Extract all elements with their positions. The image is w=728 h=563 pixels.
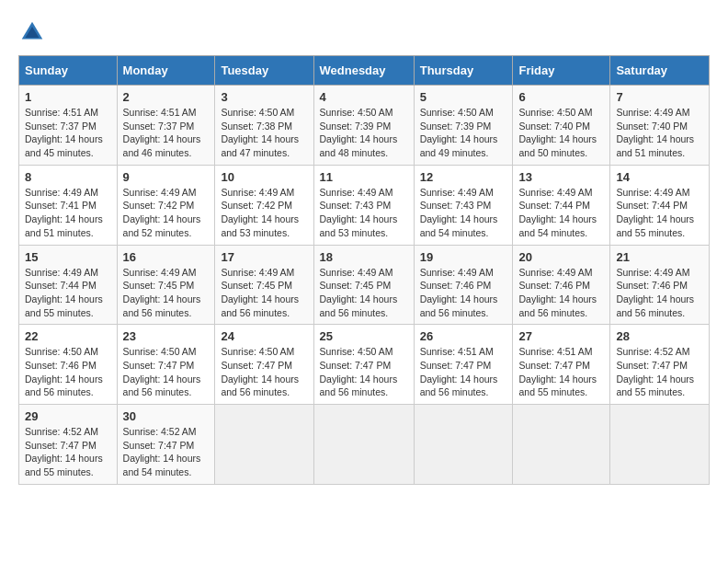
day-info: Sunrise: 4:49 AM Sunset: 7:43 PM Dayligh… [420,186,507,240]
day-header-wednesday: Wednesday [313,56,414,86]
calendar-week: 22 Sunrise: 4:50 AM Sunset: 7:46 PM Dayl… [19,325,710,405]
day-number: 29 [25,409,111,423]
calendar-header: SundayMondayTuesdayWednesdayThursdayFrid… [19,56,710,86]
calendar-cell: 30 Sunrise: 4:52 AM Sunset: 7:47 PM Dayl… [117,405,215,485]
day-info: Sunrise: 4:50 AM Sunset: 7:47 PM Dayligh… [123,345,210,399]
day-number: 28 [616,329,703,343]
day-info: Sunrise: 4:52 AM Sunset: 7:47 PM Dayligh… [123,425,210,479]
calendar-cell: 29 Sunrise: 4:52 AM Sunset: 7:47 PM Dayl… [19,405,118,485]
day-number: 3 [221,90,307,104]
calendar-cell: 13 Sunrise: 4:49 AM Sunset: 7:44 PM Dayl… [513,165,610,245]
calendar-cell: 8 Sunrise: 4:49 AM Sunset: 7:41 PM Dayli… [19,165,118,245]
calendar-cell [414,405,513,485]
day-number: 15 [25,250,111,264]
day-number: 26 [420,329,507,343]
calendar-cell: 3 Sunrise: 4:50 AM Sunset: 7:38 PM Dayli… [215,86,313,166]
calendar-cell [313,405,414,485]
day-number: 6 [518,90,604,104]
day-info: Sunrise: 4:50 AM Sunset: 7:39 PM Dayligh… [320,106,408,160]
day-info: Sunrise: 4:52 AM Sunset: 7:47 PM Dayligh… [616,345,703,399]
day-number: 19 [420,250,507,264]
calendar-cell: 24 Sunrise: 4:50 AM Sunset: 7:47 PM Dayl… [215,325,313,405]
day-info: Sunrise: 4:49 AM Sunset: 7:45 PM Dayligh… [221,266,307,320]
day-info: Sunrise: 4:50 AM Sunset: 7:40 PM Dayligh… [518,106,604,160]
page-header [18,18,710,46]
calendar-cell: 23 Sunrise: 4:50 AM Sunset: 7:47 PM Dayl… [117,325,215,405]
day-info: Sunrise: 4:50 AM Sunset: 7:47 PM Dayligh… [221,345,307,399]
day-number: 8 [25,170,111,184]
calendar-week: 29 Sunrise: 4:52 AM Sunset: 7:47 PM Dayl… [19,405,710,485]
day-info: Sunrise: 4:51 AM Sunset: 7:47 PM Dayligh… [420,345,507,399]
day-number: 17 [221,250,307,264]
day-number: 12 [420,170,507,184]
calendar-cell: 14 Sunrise: 4:49 AM Sunset: 7:44 PM Dayl… [610,165,710,245]
day-header-sunday: Sunday [19,56,118,86]
day-info: Sunrise: 4:49 AM Sunset: 7:41 PM Dayligh… [25,186,111,240]
day-info: Sunrise: 4:49 AM Sunset: 7:45 PM Dayligh… [320,266,408,320]
day-info: Sunrise: 4:50 AM Sunset: 7:39 PM Dayligh… [420,106,507,160]
calendar-cell: 1 Sunrise: 4:51 AM Sunset: 7:37 PM Dayli… [19,86,118,166]
day-number: 10 [221,170,307,184]
day-info: Sunrise: 4:49 AM Sunset: 7:46 PM Dayligh… [518,266,604,320]
calendar-cell: 4 Sunrise: 4:50 AM Sunset: 7:39 PM Dayli… [313,86,414,166]
calendar-cell: 17 Sunrise: 4:49 AM Sunset: 7:45 PM Dayl… [215,245,313,325]
calendar-cell: 18 Sunrise: 4:49 AM Sunset: 7:45 PM Dayl… [313,245,414,325]
day-info: Sunrise: 4:49 AM Sunset: 7:43 PM Dayligh… [320,186,408,240]
day-info: Sunrise: 4:50 AM Sunset: 7:47 PM Dayligh… [320,345,408,399]
day-number: 21 [616,250,703,264]
day-info: Sunrise: 4:51 AM Sunset: 7:47 PM Dayligh… [518,345,604,399]
day-number: 18 [320,250,408,264]
calendar-week: 8 Sunrise: 4:49 AM Sunset: 7:41 PM Dayli… [19,165,710,245]
calendar-cell: 5 Sunrise: 4:50 AM Sunset: 7:39 PM Dayli… [414,86,513,166]
day-info: Sunrise: 4:50 AM Sunset: 7:38 PM Dayligh… [221,106,307,160]
day-number: 27 [518,329,604,343]
calendar-cell: 7 Sunrise: 4:49 AM Sunset: 7:40 PM Dayli… [610,86,710,166]
day-number: 14 [616,170,703,184]
calendar-cell: 28 Sunrise: 4:52 AM Sunset: 7:47 PM Dayl… [610,325,710,405]
day-info: Sunrise: 4:49 AM Sunset: 7:42 PM Dayligh… [221,186,307,240]
calendar-cell: 16 Sunrise: 4:49 AM Sunset: 7:45 PM Dayl… [117,245,215,325]
calendar-cell: 9 Sunrise: 4:49 AM Sunset: 7:42 PM Dayli… [117,165,215,245]
day-number: 30 [123,409,210,423]
day-number: 20 [518,250,604,264]
calendar-cell: 10 Sunrise: 4:49 AM Sunset: 7:42 PM Dayl… [215,165,313,245]
day-number: 25 [320,329,408,343]
day-number: 5 [420,90,507,104]
calendar-cell [610,405,710,485]
day-number: 23 [123,329,210,343]
day-number: 9 [123,170,210,184]
calendar-cell: 11 Sunrise: 4:49 AM Sunset: 7:43 PM Dayl… [313,165,414,245]
day-info: Sunrise: 4:49 AM Sunset: 7:40 PM Dayligh… [616,106,703,160]
logo [18,18,50,46]
calendar-cell: 25 Sunrise: 4:50 AM Sunset: 7:47 PM Dayl… [313,325,414,405]
calendar-cell: 21 Sunrise: 4:49 AM Sunset: 7:46 PM Dayl… [610,245,710,325]
day-info: Sunrise: 4:52 AM Sunset: 7:47 PM Dayligh… [25,425,111,479]
calendar-cell: 19 Sunrise: 4:49 AM Sunset: 7:46 PM Dayl… [414,245,513,325]
day-info: Sunrise: 4:49 AM Sunset: 7:44 PM Dayligh… [616,186,703,240]
day-number: 11 [320,170,408,184]
day-info: Sunrise: 4:49 AM Sunset: 7:44 PM Dayligh… [25,266,111,320]
day-number: 16 [123,250,210,264]
day-info: Sunrise: 4:51 AM Sunset: 7:37 PM Dayligh… [25,106,111,160]
day-header-monday: Monday [117,56,215,86]
calendar-week: 1 Sunrise: 4:51 AM Sunset: 7:37 PM Dayli… [19,86,710,166]
day-header-friday: Friday [513,56,610,86]
day-info: Sunrise: 4:50 AM Sunset: 7:46 PM Dayligh… [25,345,111,399]
day-number: 1 [25,90,111,104]
logo-icon [18,18,46,46]
day-info: Sunrise: 4:49 AM Sunset: 7:46 PM Dayligh… [616,266,703,320]
calendar-cell: 26 Sunrise: 4:51 AM Sunset: 7:47 PM Dayl… [414,325,513,405]
calendar-cell [215,405,313,485]
day-info: Sunrise: 4:51 AM Sunset: 7:37 PM Dayligh… [123,106,210,160]
day-number: 22 [25,329,111,343]
day-number: 24 [221,329,307,343]
day-header-saturday: Saturday [610,56,710,86]
calendar-cell: 22 Sunrise: 4:50 AM Sunset: 7:46 PM Dayl… [19,325,118,405]
calendar-body: 1 Sunrise: 4:51 AM Sunset: 7:37 PM Dayli… [19,86,710,485]
day-number: 13 [518,170,604,184]
day-number: 2 [123,90,210,104]
day-number: 4 [320,90,408,104]
day-info: Sunrise: 4:49 AM Sunset: 7:46 PM Dayligh… [420,266,507,320]
calendar-cell: 2 Sunrise: 4:51 AM Sunset: 7:37 PM Dayli… [117,86,215,166]
calendar-week: 15 Sunrise: 4:49 AM Sunset: 7:44 PM Dayl… [19,245,710,325]
